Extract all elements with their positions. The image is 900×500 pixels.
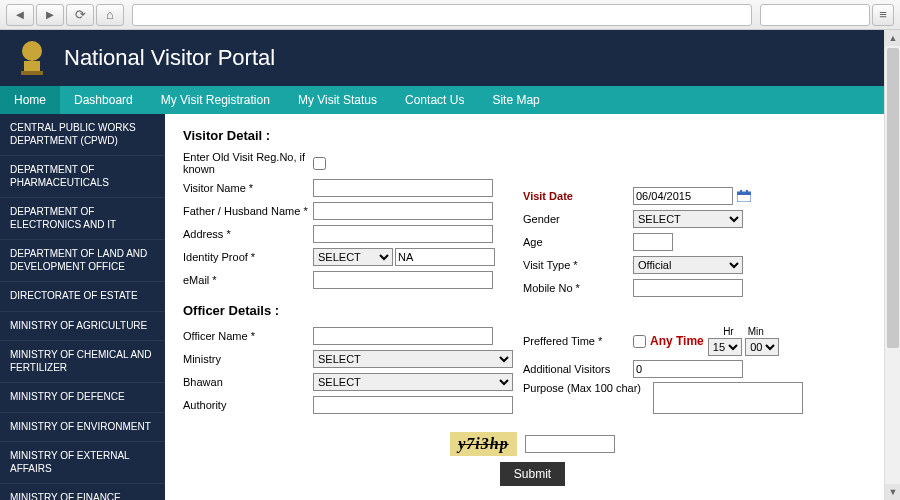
sidebar-item-electronics-it[interactable]: DEPARTMENT OF ELECTRONICS AND IT [0, 198, 165, 240]
address-input[interactable] [313, 225, 493, 243]
label-email: eMail * [183, 274, 313, 286]
visitor-name-input[interactable] [313, 179, 493, 197]
label-visitor-name: Visitor Name * [183, 182, 313, 194]
visitor-detail-heading: Visitor Detail : [183, 128, 882, 143]
sidebar-item-environment[interactable]: MINISTRY OF ENVIRONMENT [0, 413, 165, 443]
label-gender: Gender [523, 213, 633, 225]
nav-dashboard[interactable]: Dashboard [60, 86, 147, 114]
identity-proof-text[interactable] [395, 248, 495, 266]
label-visit-type: Visit Type * [523, 259, 633, 271]
officer-details-heading: Officer Details : [183, 303, 882, 318]
sidebar-item-pharma[interactable]: DEPARTMENT OF PHARMACEUTICALS [0, 156, 165, 198]
calendar-icon[interactable] [737, 190, 751, 202]
label-hr: Hr [723, 326, 734, 337]
officer-name-input[interactable] [313, 327, 493, 345]
sidebar-item-external-affairs[interactable]: MINISTRY OF EXTERNAL AFFAIRS [0, 442, 165, 484]
father-husband-input[interactable] [313, 202, 493, 220]
label-ministry: Ministry [183, 353, 313, 365]
additional-visitors-input[interactable] [633, 360, 743, 378]
visit-date-input[interactable] [633, 187, 733, 205]
label-officer-name: Officer Name * [183, 330, 313, 342]
captcha-image: y7i3hp [450, 432, 516, 456]
authority-input[interactable] [313, 396, 513, 414]
nav-my-visit-registration[interactable]: My Visit Registration [147, 86, 284, 114]
label-identity: Identity Proof * [183, 251, 313, 263]
ministry-select[interactable]: SELECT [313, 350, 513, 368]
emblem-icon [14, 36, 50, 80]
page-scrollbar[interactable]: ▲ ▼ [884, 30, 900, 500]
top-nav: Home Dashboard My Visit Registration My … [0, 86, 900, 114]
sidebar-item-cpwd[interactable]: CENTRAL PUBLIC WORKS DEPARTMENT (CPWD) [0, 114, 165, 156]
minute-select[interactable]: 00 [745, 338, 779, 356]
bhawan-select[interactable]: SELECT [313, 373, 513, 391]
label-authority: Authority [183, 399, 313, 411]
label-visit-date: Visit Date [523, 190, 633, 202]
label-mobile: Mobile No * [523, 282, 633, 294]
svg-point-0 [22, 41, 42, 61]
email-input[interactable] [313, 271, 493, 289]
browser-toolbar: ◄ ► ⟳ ⌂ ≡ [0, 0, 900, 30]
forward-button[interactable]: ► [36, 4, 64, 26]
label-age: Age [523, 236, 633, 248]
site-header: National Visitor Portal [0, 30, 900, 86]
age-input[interactable] [633, 233, 673, 251]
svg-rect-1 [24, 61, 40, 71]
svg-rect-6 [746, 190, 748, 193]
sidebar: CENTRAL PUBLIC WORKS DEPARTMENT (CPWD) D… [0, 114, 165, 500]
visit-type-select[interactable]: Official [633, 256, 743, 274]
reload-button[interactable]: ⟳ [66, 4, 94, 26]
scroll-up-icon[interactable]: ▲ [885, 30, 900, 46]
nav-home[interactable]: Home [0, 86, 60, 114]
svg-rect-4 [737, 192, 751, 195]
back-button[interactable]: ◄ [6, 4, 34, 26]
nav-site-map[interactable]: Site Map [478, 86, 553, 114]
identity-proof-select[interactable]: SELECT [313, 248, 393, 266]
nav-contact-us[interactable]: Contact Us [391, 86, 478, 114]
hour-select[interactable]: 15 [708, 338, 742, 356]
mobile-input[interactable] [633, 279, 743, 297]
any-time-checkbox[interactable] [633, 335, 646, 348]
label-preferred-time: Preffered Time * [523, 335, 633, 347]
sidebar-item-chemical-fertilizer[interactable]: MINISTRY OF CHEMICAL AND FERTILIZER [0, 341, 165, 383]
purpose-textarea[interactable] [653, 382, 803, 414]
home-button[interactable]: ⌂ [96, 4, 124, 26]
old-reg-checkbox[interactable] [313, 157, 326, 170]
captcha-input[interactable] [525, 435, 615, 453]
url-bar[interactable] [132, 4, 752, 26]
label-father-husband: Father / Husband Name * [183, 205, 313, 217]
label-old-reg: Enter Old Visit Reg.No, if known [183, 151, 313, 175]
sidebar-item-agriculture[interactable]: MINISTRY OF AGRICULTURE [0, 312, 165, 342]
label-additional-visitors: Additional Visitors [523, 363, 633, 375]
label-min: Min [748, 326, 764, 337]
label-any-time: Any Time [650, 334, 704, 348]
sidebar-item-finance[interactable]: MINISTRY OF FINANCE [0, 484, 165, 500]
menu-button[interactable]: ≡ [872, 4, 894, 26]
submit-button[interactable]: Submit [500, 462, 565, 486]
content-area: Visitor Detail : Enter Old Visit Reg.No,… [165, 114, 900, 500]
svg-rect-5 [740, 190, 742, 193]
label-bhawan: Bhawan [183, 376, 313, 388]
sidebar-item-land-dev[interactable]: DEPARTMENT OF LAND AND DEVELOPMENT OFFIC… [0, 240, 165, 282]
gender-select[interactable]: SELECT [633, 210, 743, 228]
nav-my-visit-status[interactable]: My Visit Status [284, 86, 391, 114]
scroll-thumb[interactable] [887, 48, 899, 348]
label-address: Address * [183, 228, 313, 240]
scroll-down-icon[interactable]: ▼ [885, 484, 900, 500]
svg-rect-2 [21, 71, 43, 75]
sidebar-item-defence[interactable]: MINISTRY OF DEFENCE [0, 383, 165, 413]
sidebar-item-estate[interactable]: DIRECTORATE OF ESTATE [0, 282, 165, 312]
label-purpose: Purpose (Max 100 char) [523, 382, 653, 394]
site-title: National Visitor Portal [64, 45, 275, 71]
browser-search-bar[interactable] [760, 4, 870, 26]
